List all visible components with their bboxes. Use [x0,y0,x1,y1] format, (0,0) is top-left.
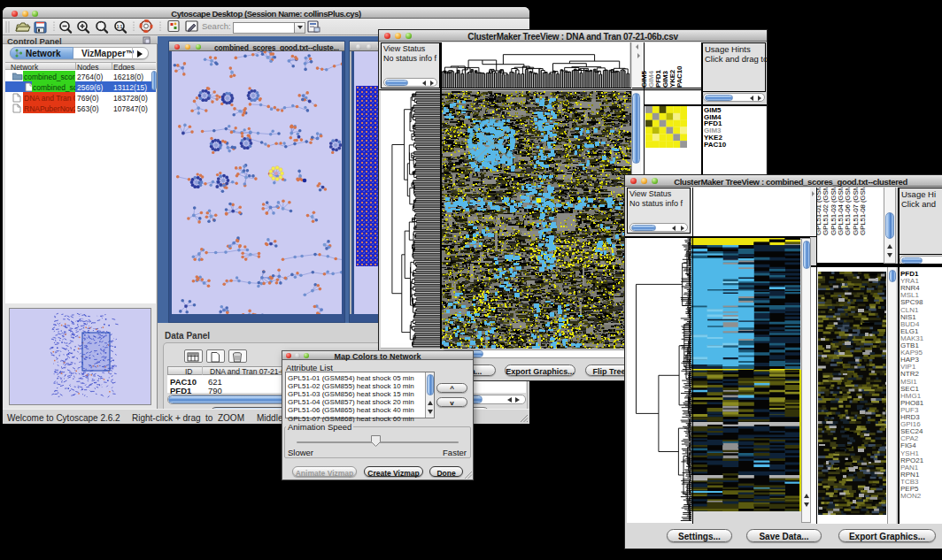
svg-text:Search:: Search: [202,21,231,31]
svg-text:1:1: 1:1 [117,25,123,29]
